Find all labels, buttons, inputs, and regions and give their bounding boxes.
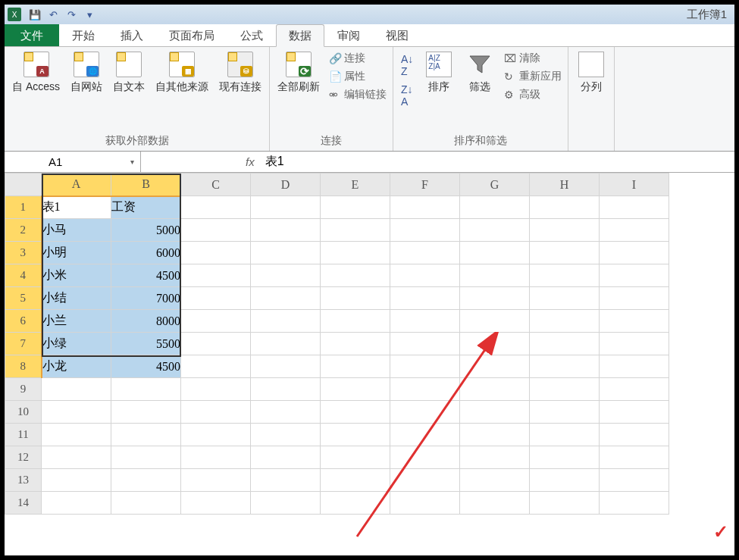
cell[interactable] [251,264,321,287]
cell[interactable] [181,378,251,401]
cell[interactable]: 小明 [42,242,111,264]
cell[interactable] [111,378,181,401]
col-header[interactable]: D [251,174,321,196]
cell[interactable] [251,446,321,469]
cell[interactable] [181,446,251,469]
cell[interactable] [251,378,321,401]
cell[interactable] [460,242,530,264]
cell[interactable] [181,469,251,492]
clear-filter-button[interactable]: ⌧清除 [503,50,563,67]
row-header[interactable]: 6 [5,310,42,333]
from-web-button[interactable]: 🌐自网站 [67,50,105,95]
cell[interactable] [181,242,251,264]
cell[interactable] [460,219,530,242]
cell[interactable] [251,355,321,378]
tab-home[interactable]: 开始 [59,24,108,46]
sort-desc-icon[interactable]: Z↓A [401,83,413,108]
col-header[interactable]: A [42,174,111,196]
filter-button[interactable]: 筛选 [462,50,498,95]
cell[interactable] [181,196,251,219]
cell[interactable] [460,355,530,378]
cell[interactable]: 小马 [42,219,111,242]
cell[interactable] [251,401,321,424]
row-header[interactable]: 7 [5,333,42,355]
cell[interactable] [460,446,530,469]
advanced-button[interactable]: ⚙高级 [503,86,563,103]
select-all-corner[interactable] [5,174,42,196]
cell[interactable] [111,401,181,424]
cell[interactable] [600,446,669,469]
cell[interactable]: 7000 [111,287,181,310]
cell[interactable] [321,310,390,333]
cell[interactable] [600,469,669,492]
row-header[interactable]: 3 [5,242,42,264]
row-header[interactable]: 8 [5,355,42,378]
cell[interactable]: 6000 [111,242,181,264]
sort-button[interactable]: A|ZZ|A排序 [421,50,457,95]
cell[interactable] [111,446,181,469]
cell[interactable] [251,424,321,446]
cell[interactable] [530,264,600,287]
text-to-columns-button[interactable]: 分列 [573,50,609,95]
tab-review[interactable]: 审阅 [324,24,373,46]
from-access-button[interactable]: A自 Access [9,50,63,95]
cell[interactable] [251,333,321,355]
cell[interactable] [460,196,530,219]
cell[interactable] [460,378,530,401]
cell[interactable] [460,469,530,492]
cell[interactable] [321,446,390,469]
cell[interactable] [390,310,460,333]
sort-asc-icon[interactable]: A↓Z [401,53,413,77]
row-header[interactable]: 4 [5,264,42,287]
cell[interactable] [321,242,390,264]
col-header[interactable]: H [530,174,600,196]
tab-formulas[interactable]: 公式 [227,24,276,46]
cell[interactable] [251,492,321,515]
cell[interactable] [42,492,111,515]
cell[interactable]: 小绿 [42,333,111,355]
cell[interactable] [111,424,181,446]
cell[interactable]: 工资 [111,196,181,219]
cell[interactable] [600,196,669,219]
cell[interactable] [600,287,669,310]
cell[interactable]: 小兰 [42,310,111,333]
cell[interactable]: 5000 [111,219,181,242]
cell[interactable] [321,424,390,446]
col-header[interactable]: G [460,174,530,196]
row-header[interactable]: 1 [5,196,42,219]
cell[interactable] [530,446,600,469]
row-header[interactable]: 10 [5,401,42,424]
refresh-all-button[interactable]: ⟳全部刷新 [274,50,323,95]
cell[interactable] [600,333,669,355]
cell[interactable] [390,378,460,401]
cell[interactable]: 4500 [111,355,181,378]
col-header[interactable]: E [321,174,390,196]
cell[interactable] [42,424,111,446]
cell[interactable] [460,264,530,287]
cell[interactable] [390,469,460,492]
cell[interactable] [390,492,460,515]
cell[interactable] [390,219,460,242]
save-icon[interactable]: 💾 [27,7,42,22]
cell[interactable] [251,242,321,264]
cell[interactable] [460,424,530,446]
cell[interactable] [530,469,600,492]
redo-icon[interactable]: ↷ [64,7,79,22]
cell[interactable] [600,355,669,378]
cell[interactable] [390,196,460,219]
cell[interactable] [181,333,251,355]
name-box[interactable]: A1 [42,152,141,172]
cell[interactable] [42,469,111,492]
cell[interactable] [460,310,530,333]
cell[interactable] [321,196,390,219]
cell[interactable] [181,310,251,333]
cell[interactable]: 小龙 [42,355,111,378]
cell[interactable] [181,287,251,310]
cell[interactable] [321,401,390,424]
cell[interactable] [181,401,251,424]
cell[interactable] [530,355,600,378]
fx-icon[interactable]: fx [246,155,255,168]
cell[interactable] [530,401,600,424]
formula-input[interactable] [261,154,421,171]
col-header[interactable]: F [390,174,460,196]
